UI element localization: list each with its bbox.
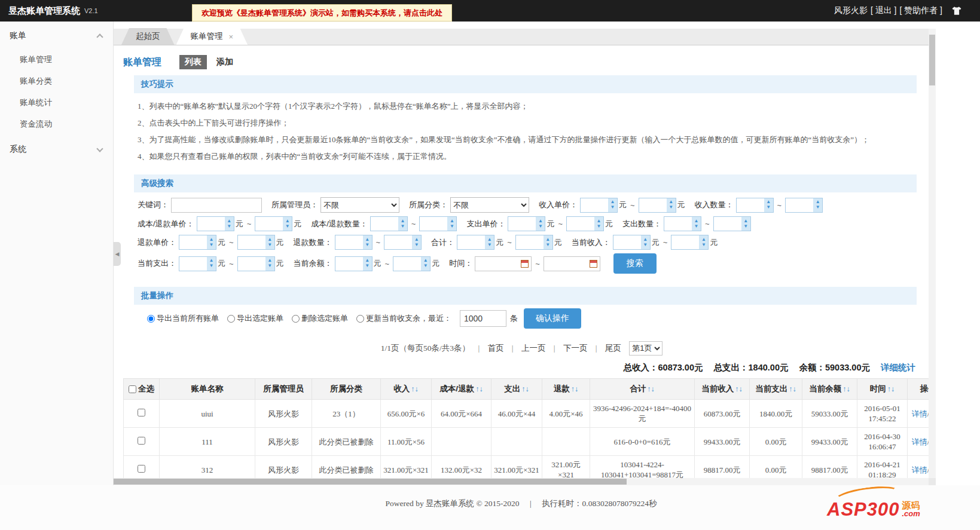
spin-down-icon[interactable]: ▼ (227, 224, 231, 229)
detail-link[interactable]: 详情 (912, 409, 927, 418)
tab-bill-management[interactable]: 账单管理 × (176, 28, 248, 45)
sponsor-link[interactable]: [ 赞助作者 ] (899, 5, 942, 16)
cost-price-max-input[interactable]: ▲▼ (255, 216, 292, 231)
spin-down-icon[interactable]: ▼ (538, 224, 543, 229)
total-min-input[interactable]: ▲▼ (457, 235, 494, 250)
sidebar-group-bill[interactable]: 账单 (0, 22, 113, 49)
income-price-max-input[interactable]: ▲▼ (639, 198, 676, 213)
spin-down-icon[interactable]: ▼ (285, 224, 290, 229)
cur-income-max-input[interactable]: ▲▼ (671, 235, 709, 250)
vertical-scrollbar-thumb[interactable] (929, 35, 935, 85)
sort-icon[interactable]: ↑↓ (475, 385, 483, 393)
spin-down-icon[interactable]: ▼ (209, 243, 214, 248)
confirm-operation-button[interactable]: 确认操作 (524, 308, 581, 329)
cur-expense-max-input[interactable]: ▲▼ (237, 256, 275, 271)
date-start-input[interactable] (475, 256, 532, 271)
spin-down-icon[interactable]: ▼ (365, 243, 370, 248)
next-page-link[interactable]: 下一页 (563, 344, 588, 353)
spin-down-icon[interactable]: ▼ (209, 264, 214, 269)
radio-export-all[interactable]: 导出当前所有账单 (147, 313, 219, 324)
username-link[interactable]: 风形火影 (834, 5, 868, 16)
cost-qty-max-input[interactable]: ▲▼ (419, 216, 457, 231)
row-checkbox[interactable] (138, 465, 145, 473)
sort-icon[interactable]: ↑↓ (735, 385, 743, 393)
sidebar-collapse-handle[interactable]: ◀ (114, 242, 121, 266)
row-checkbox[interactable] (138, 437, 145, 445)
cur-balance-min-input[interactable]: ▲▼ (335, 256, 373, 271)
sort-icon[interactable]: ↑↓ (411, 385, 419, 393)
last-page-link[interactable]: 尾页 (605, 344, 621, 353)
detail-stats-link[interactable]: 详细统计 (881, 363, 915, 372)
calendar-icon[interactable] (590, 260, 597, 268)
radio-export-selected[interactable]: 导出选定账单 (227, 313, 283, 324)
date-end-input[interactable] (544, 256, 600, 271)
tshirt-icon[interactable] (951, 5, 962, 16)
admin-select[interactable]: 不限 (320, 197, 399, 213)
spin-down-icon[interactable]: ▼ (701, 243, 706, 248)
income-qty-min-input[interactable]: ▲▼ (736, 198, 774, 213)
horizontal-scrollbar-thumb[interactable] (114, 479, 627, 485)
vertical-scrollbar[interactable] (929, 29, 936, 478)
cur-balance-max-input[interactable]: ▲▼ (393, 256, 431, 271)
cost-price-min-input[interactable]: ▲▼ (197, 216, 234, 231)
close-tab-icon[interactable]: × (229, 32, 234, 41)
spin-down-icon[interactable]: ▼ (766, 205, 771, 210)
spin-down-icon[interactable]: ▼ (450, 224, 454, 229)
cost-qty-min-input[interactable]: ▲▼ (370, 216, 408, 231)
radio-update-balance[interactable]: 更新当前收支余，最近： (356, 313, 451, 324)
sidebar-item-fund-flow[interactable]: 资金流动 (0, 114, 113, 135)
spin-down-icon[interactable]: ▼ (267, 264, 272, 269)
search-button[interactable]: 搜索 (613, 253, 657, 274)
select-all[interactable]: 全选 (126, 384, 157, 394)
spin-down-icon[interactable]: ▼ (694, 224, 699, 229)
expense-price-min-input[interactable]: ▲▼ (508, 216, 545, 231)
add-view-button[interactable]: 添加 (216, 57, 233, 68)
row-checkbox[interactable] (138, 409, 145, 416)
demo-notice-banner[interactable]: 欢迎预览《昱杰账单管理系统》演示站，如需购买本系统，请点击此处 (192, 4, 452, 22)
category-select[interactable]: 不限 (450, 197, 529, 213)
spin-down-icon[interactable]: ▼ (597, 224, 602, 229)
spin-down-icon[interactable]: ▼ (610, 205, 615, 210)
spin-down-icon[interactable]: ▼ (423, 264, 428, 269)
radio-delete-selected[interactable]: 删除选定账单 (292, 313, 348, 324)
sidebar-item-bill-statistics[interactable]: 账单统计 (0, 92, 113, 114)
cur-income-min-input[interactable]: ▲▼ (613, 235, 651, 250)
keyword-input[interactable] (171, 198, 262, 213)
cur-expense-min-input[interactable]: ▲▼ (179, 256, 216, 271)
page-select[interactable]: 第1页 (629, 341, 663, 356)
expense-price-max-input[interactable]: ▲▼ (566, 216, 604, 231)
select-all-checkbox[interactable] (129, 385, 136, 393)
refund-qty-max-input[interactable]: ▲▼ (384, 235, 422, 250)
detail-link[interactable]: 详情 (912, 465, 927, 474)
sort-icon[interactable]: ↑↓ (887, 385, 895, 393)
income-price-min-input[interactable]: ▲▼ (580, 198, 618, 213)
income-qty-max-input[interactable]: ▲▼ (785, 198, 823, 213)
spin-down-icon[interactable]: ▼ (365, 264, 370, 269)
spin-down-icon[interactable]: ▼ (414, 243, 419, 248)
spin-down-icon[interactable]: ▼ (668, 205, 673, 210)
spin-down-icon[interactable]: ▼ (487, 243, 492, 248)
expense-qty-min-input[interactable]: ▲▼ (664, 216, 701, 231)
sort-icon[interactable]: ↑↓ (521, 385, 529, 393)
first-page-link[interactable]: 首页 (487, 344, 503, 353)
spin-down-icon[interactable]: ▼ (743, 224, 748, 229)
sidebar-item-bill-management[interactable]: 账单管理 (0, 49, 113, 71)
sort-icon[interactable]: ↑↓ (571, 385, 579, 393)
sidebar-item-bill-category[interactable]: 账单分类 (0, 71, 113, 92)
refund-qty-min-input[interactable]: ▲▼ (335, 235, 373, 250)
refund-price-max-input[interactable]: ▲▼ (237, 235, 275, 250)
tab-start-page[interactable]: 起始页 (121, 28, 175, 45)
sort-icon[interactable]: ↑↓ (647, 385, 655, 393)
spin-down-icon[interactable]: ▼ (400, 224, 405, 229)
sort-icon[interactable]: ↑↓ (842, 385, 850, 393)
sort-icon[interactable]: ↑↓ (789, 385, 796, 393)
spin-down-icon[interactable]: ▼ (643, 243, 648, 248)
batch-count-input[interactable] (460, 310, 506, 327)
expense-qty-max-input[interactable]: ▲▼ (713, 216, 751, 231)
prev-page-link[interactable]: 上一页 (521, 344, 546, 353)
refund-price-min-input[interactable]: ▲▼ (179, 235, 216, 250)
horizontal-scrollbar[interactable] (114, 478, 929, 485)
spin-down-icon[interactable]: ▼ (816, 205, 820, 210)
spin-down-icon[interactable]: ▼ (267, 243, 272, 248)
logout-link[interactable]: [ 退出 ] (871, 5, 897, 16)
